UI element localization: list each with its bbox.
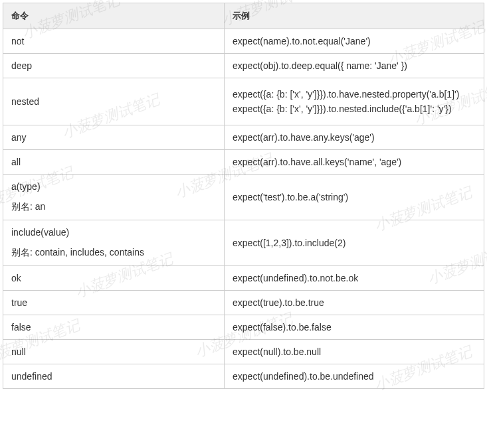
table-row: deepexpect(obj).to.deep.equal({ name: 'J… [3,54,484,78]
table-row: anyexpect(arr).to.have.any.keys('age') [3,125,484,150]
cell-example: expect(null).to.be.null [225,340,484,364]
cell-command: deep [3,54,225,78]
table-row: notexpect(name).to.not.equal('Jane') [3,29,484,54]
table-row: nullexpect(null).to.be.null [3,340,484,364]
command-name: deep [11,60,32,71]
example-line: expect({a: {b: ['x', 'y']}}).to.nested.i… [233,104,476,114]
cell-example: expect('test').to.be.a('string') [225,175,484,220]
cell-example: expect(undefined).to.not.be.ok [225,266,484,291]
cell-command: any [3,125,225,150]
cell-example: expect([1,2,3]).to.include(2) [225,220,484,266]
table-row: nestedexpect({a: {b: ['x', 'y']}}).to.ha… [3,78,484,125]
command-name: null [11,346,26,357]
cell-example: expect(false).to.be.false [225,315,484,340]
header-example: 示例 [225,3,484,29]
cell-command: false [3,315,225,340]
cell-example: expect(arr).to.have.all.keys('name', 'ag… [225,150,484,175]
cell-example: expect({a: {b: ['x', 'y']}}).to.have.nes… [225,78,484,125]
command-name: undefined [11,371,52,382]
cell-example: expect(name).to.not.equal('Jane') [225,29,484,54]
table-row: a(type)别名: anexpect('test').to.be.a('str… [3,175,484,220]
header-command: 命令 [3,3,225,29]
command-name: all [11,157,21,167]
cell-command: not [3,29,225,54]
cell-example: expect(arr).to.have.any.keys('age') [225,125,484,150]
table-header-row: 命令 示例 [3,3,484,29]
cell-example: expect(undefined).to.be.undefined [225,364,484,389]
example-line: expect({a: {b: ['x', 'y']}}).to.have.nes… [233,89,476,100]
table-row: okexpect(undefined).to.not.be.ok [3,266,484,291]
table-row: falseexpect(false).to.be.false [3,315,484,340]
cell-example: expect(true).to.be.true [225,291,484,315]
command-alias: 别名: an [11,201,216,213]
cell-command: true [3,291,225,315]
table-row: allexpect(arr).to.have.all.keys('name', … [3,150,484,175]
cell-command: all [3,150,225,175]
table-row: include(value)别名: contain, includes, con… [3,220,484,266]
cell-command: null [3,340,225,364]
table-row: undefinedexpect(undefined).to.be.undefin… [3,364,484,389]
cell-command: undefined [3,364,225,389]
command-name: nested [11,96,39,107]
command-alias: 别名: contain, includes, contains [11,247,216,259]
assertion-table: 命令 示例 notexpect(name).to.not.equal('Jane… [3,3,484,389]
command-name: a(type) [11,181,41,192]
cell-command: nested [3,78,225,125]
command-name: include(value) [11,227,69,238]
table-row: trueexpect(true).to.be.true [3,291,484,315]
cell-command: a(type)别名: an [3,175,225,220]
command-name: true [11,297,27,308]
cell-command: include(value)别名: contain, includes, con… [3,220,225,266]
cell-example: expect(obj).to.deep.equal({ name: 'Jane'… [225,54,484,78]
cell-command: ok [3,266,225,291]
command-name: false [11,322,31,333]
command-name: ok [11,273,21,283]
command-name: any [11,132,27,143]
command-name: not [11,36,24,46]
